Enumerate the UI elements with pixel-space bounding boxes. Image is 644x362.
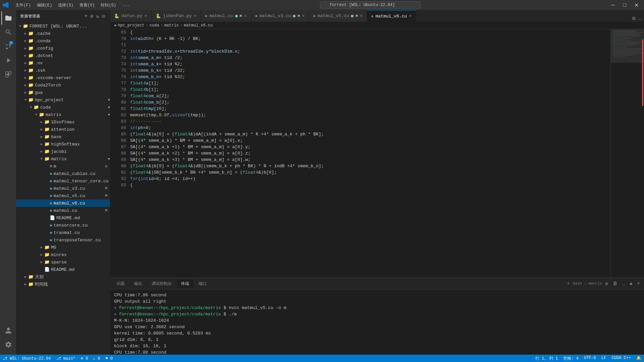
status-branch[interactable]: ⎇ main*: [54, 355, 78, 362]
add-terminal-icon[interactable]: +: [566, 280, 571, 287]
tab-close-dayun[interactable]: ×: [144, 14, 147, 18]
title-search-input[interactable]: [320, 1, 421, 9]
menu-edit[interactable]: 编辑(E): [34, 2, 55, 9]
sidebar-item-v3[interactable]: ▶ ◆ matmul_v3.cu M: [16, 185, 110, 192]
sidebar-item-v5[interactable]: ▶ ◆ matmul_v5.cu M: [16, 192, 110, 199]
status-position[interactable]: 行 1, 列 1: [533, 356, 560, 361]
sidebar-item-cuda2torch[interactable]: ▶ 📁 Cuda2Torch: [16, 81, 110, 89]
sidebar-item-gua[interactable]: ▶ 📁 gua: [16, 89, 110, 96]
sidebar-item-cuda[interactable]: ▼ 📁 cuda ●: [16, 104, 110, 111]
tab-close-v5[interactable]: ×: [360, 14, 363, 18]
tab-close-jibenpan[interactable]: ×: [194, 14, 197, 18]
activity-run[interactable]: [1, 54, 15, 67]
menu-more[interactable]: ...: [119, 2, 132, 8]
maximize-button[interactable]: □: [620, 1, 629, 9]
activity-account[interactable]: [1, 324, 15, 337]
status-flags[interactable]: ⚑ 0: [103, 355, 116, 362]
sidebar-item-base[interactable]: ▶ 📁 base: [16, 133, 110, 140]
activity-explorer[interactable]: [1, 11, 15, 25]
sidebar-item-tranmat[interactable]: ▶ ◆ tranmat.cu: [16, 229, 110, 236]
tab-debug-console[interactable]: 调试控制台: [148, 280, 176, 288]
tab-v6[interactable]: ◆ matmul_v6.cu ×: [367, 10, 416, 22]
tab-close-matmul[interactable]: ×: [244, 14, 247, 18]
sidebar-item-config[interactable]: ▶ 📁 .config: [16, 45, 110, 52]
sidebar-item-highsoftmax[interactable]: ▶ 📁 highSoftmax: [16, 140, 110, 148]
status-language[interactable]: CUDA C++: [609, 356, 634, 360]
new-file-icon[interactable]: +: [84, 13, 88, 20]
sidebar-item-m[interactable]: ▶ ≡ m U: [16, 163, 110, 170]
activity-extensions[interactable]: [1, 68, 15, 81]
tab-output[interactable]: 输出: [130, 280, 146, 288]
sidebar-item-dotnet[interactable]: ▶ 📁 .dotnet: [16, 52, 110, 59]
more-tabs-icon[interactable]: …: [638, 15, 641, 21]
status-encoding[interactable]: UTF-8: [581, 356, 599, 360]
sidebar-item-vscode-server[interactable]: ▶ 📁 .vscode-server: [16, 74, 110, 81]
activity-search[interactable]: [1, 25, 15, 39]
sidebar-item-conda[interactable]: ▶ 📁 .conda: [16, 37, 110, 45]
split-terminal-icon[interactable]: ⊞: [604, 280, 609, 287]
sidebar-item-transpose[interactable]: ▶ ◆ transposeTensor.cu: [16, 236, 110, 244]
tab-terminal[interactable]: 终端: [177, 280, 193, 288]
status-errors[interactable]: ⊗ 0 ⚠ 0: [78, 355, 103, 362]
tab-matmul[interactable]: ◆ matmul.cu M ×: [201, 10, 251, 22]
scroll-thumb[interactable]: [642, 39, 643, 106]
sidebar-item-cache[interactable]: ▶ 📁 .cache: [16, 30, 110, 37]
activity-settings[interactable]: [1, 338, 15, 351]
menu-view[interactable]: 查看(V): [77, 2, 98, 9]
tab-v3[interactable]: ◆ matmul_v3.cu M ×: [251, 10, 309, 22]
menu-goto[interactable]: 转到(G): [98, 2, 119, 9]
status-wsl[interactable]: ⎇ WSL: Ubuntu-22.04: [0, 355, 54, 362]
label-vscode-server: .vscode-server: [35, 75, 110, 80]
activity-source-control[interactable]: [1, 40, 15, 53]
status-spaces[interactable]: 空格: 4: [560, 356, 581, 361]
breadcrumb-file[interactable]: matmul_v6.cu: [184, 23, 213, 28]
more-terminal-icon[interactable]: …: [621, 280, 626, 287]
sidebar-item-readme[interactable]: ▶ 📄 README.md: [16, 214, 110, 222]
sidebar-item-tensorcore[interactable]: ▶ ◆ tensorcore.cu: [16, 222, 110, 229]
close-button[interactable]: ✕: [632, 1, 641, 9]
tab-dayun[interactable]: 🐍 daYun.py ×: [110, 10, 152, 22]
sidebar-item-ssh[interactable]: ▶ 📁 .ssh: [16, 67, 110, 74]
close-terminal-icon[interactable]: ×: [636, 280, 641, 287]
sidebar-item-jacobi[interactable]: ▶ 📁 jacobi: [16, 148, 110, 155]
sidebar-item-cublas[interactable]: ▶ ◆ matmul_cublas.cu: [16, 170, 110, 177]
sidebar-item-timeline[interactable]: ▶ 📁 时间线: [16, 281, 110, 288]
sidebar-item-1dsoftmax[interactable]: ▶ 📁 1Dsoftmax: [16, 118, 110, 126]
tab-close-v6[interactable]: ×: [409, 14, 412, 18]
tab-jibenpan[interactable]: 🐍 jibenPan.py ×: [152, 10, 201, 22]
sidebar-item-attention[interactable]: ▶ 📁 attention: [16, 126, 110, 133]
sidebar-item-tensor-core[interactable]: ▶ ◆ matmul_tensor_core.cu: [16, 177, 110, 185]
breadcrumb-cuda[interactable]: cuda: [150, 23, 159, 28]
code-editor[interactable]: 65 { 70 int width = (K + BK - 1 ) / BK; …: [110, 29, 610, 278]
sidebar-item-matmul[interactable]: ▶ ◆ matmul.cu M: [16, 207, 110, 214]
terminal-content[interactable]: CPU time:7.86 second GPU output all righ…: [110, 290, 644, 355]
refresh-icon[interactable]: ↻: [96, 13, 100, 20]
sidebar-item-minres[interactable]: ▶ 📁 minres: [16, 251, 110, 258]
trash-terminal-icon[interactable]: 🗑: [611, 280, 619, 287]
breadcrumb-matrix[interactable]: matrix: [164, 23, 179, 28]
collapse-icon[interactable]: ⊟: [102, 13, 106, 20]
sidebar-item-matrix-parent[interactable]: ▼ 📁 matrix ●: [16, 111, 110, 118]
new-folder-icon[interactable]: ⊞: [90, 13, 94, 20]
sidebar-item-hpc[interactable]: ▼ 📁 hpc_project ●: [16, 96, 110, 104]
tab-v5[interactable]: ◆ matmul_v5.cu M ×: [309, 10, 367, 22]
sidebar-item-nv[interactable]: ▶ 📁 .nv: [16, 59, 110, 67]
breadcrumb-hpc[interactable]: hpc_project: [118, 23, 144, 28]
sidebar-item-sparse[interactable]: ▶ 📁 sparse: [16, 258, 110, 266]
tab-ports[interactable]: 端口: [195, 280, 211, 288]
sidebar-item-v6[interactable]: ▶ ◆ matmul_v6.cu: [16, 199, 110, 207]
split-editor-icon[interactable]: ⊞: [632, 15, 636, 22]
status-bell[interactable]: 🔔: [634, 356, 644, 361]
status-eol[interactable]: LF: [599, 356, 609, 360]
tree-root[interactable]: ▼ 📁 FORREST [WSL: UBUNT...: [16, 22, 110, 30]
tab-problems[interactable]: 问题: [113, 280, 129, 288]
sidebar-item-dabi[interactable]: ▶ 📁 大别: [16, 273, 110, 281]
sidebar-item-matrix-child[interactable]: ▼ 📁 matrix ●: [16, 155, 110, 163]
sidebar-item-mg[interactable]: ▶ 📁 MG: [16, 244, 110, 251]
minimize-button[interactable]: ─: [608, 1, 618, 9]
menu-select[interactable]: 选择(S): [55, 2, 76, 9]
maximize-terminal-icon[interactable]: ▲: [628, 280, 634, 287]
tab-close-v3[interactable]: ×: [302, 14, 305, 18]
sidebar-item-readme2[interactable]: ▶ 📄 README.md: [16, 266, 110, 273]
menu-file[interactable]: 文件(F): [13, 2, 34, 9]
